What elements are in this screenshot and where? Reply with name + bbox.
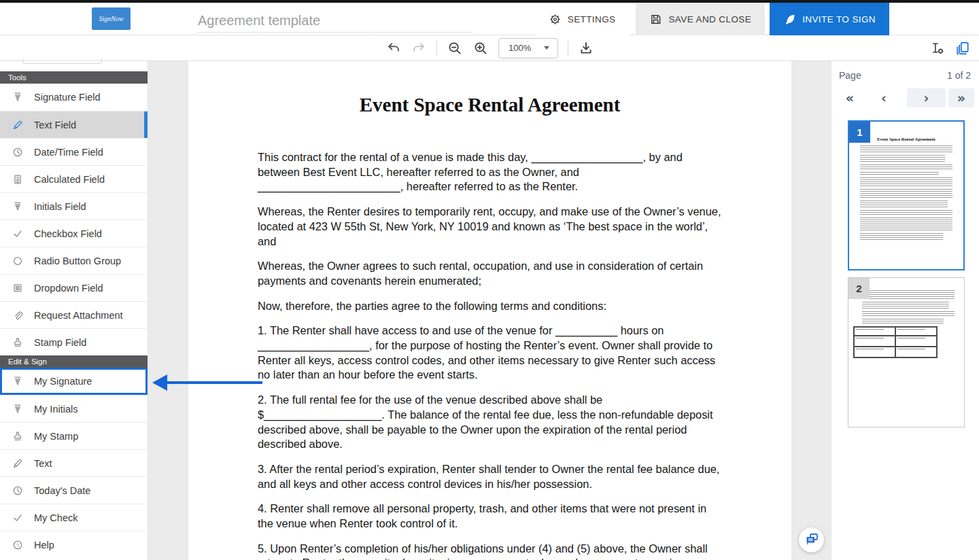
last-page-button[interactable]: » (948, 88, 974, 107)
download-button[interactable] (578, 40, 594, 56)
sidebar-item-checkbox-field[interactable]: Checkbox Field (0, 220, 148, 247)
page-label: Page (839, 70, 861, 81)
sidebar-item-my-stamp[interactable]: My Stamp (0, 422, 148, 449)
undo-button[interactable] (385, 40, 401, 56)
clock-icon (11, 145, 24, 159)
field-settings-icon[interactable] (929, 40, 945, 56)
document-body: This contract for the rental of a venue … (258, 150, 723, 560)
feather-icon (783, 13, 796, 26)
circle-icon (11, 254, 24, 268)
settings-label: SETTINGS (568, 14, 616, 24)
sidebar-item-label: Initials Field (34, 201, 86, 212)
next-page-button[interactable]: › (907, 88, 946, 107)
header-bar: SignNow Agreement template SETTINGS (0, 3, 979, 35)
sidebar-item-label: Signature Field (34, 92, 101, 103)
paperclip-icon (11, 309, 24, 322)
toolbar-center-group: 100% (385, 35, 594, 60)
paragraph: Whereas, the Renter desires to temporari… (258, 205, 723, 249)
fields-sidebar: Tools Signature Field Text Field (0, 61, 148, 560)
toolbar-right-group (929, 35, 971, 60)
edit-sign-section-header: Edit & Sign (0, 355, 148, 368)
sidebar-item-label: Dropdown Field (34, 283, 103, 294)
page-count: 1 of 2 (947, 70, 971, 81)
signature-table-cell (854, 336, 895, 347)
pen-nib-icon (11, 90, 24, 104)
zoom-level-value: 100% (509, 43, 531, 53)
document-toolbar: 100% (0, 35, 979, 61)
paragraph: 5. Upon Renter’s completion of his/her o… (258, 542, 723, 560)
page-thumbnail-1[interactable]: 1 Event Space Rental Agreement (848, 120, 965, 270)
sidebar-item-initials-field[interactable]: Initials Field (0, 192, 148, 220)
chat-bubbles-icon (804, 531, 819, 548)
zoom-out-button[interactable] (447, 40, 463, 56)
document-canvas[interactable]: Event Space Rental Agreement This contra… (148, 61, 831, 560)
settings-button[interactable]: SETTINGS (535, 3, 630, 35)
stamp-icon (11, 430, 24, 443)
sidebar-item-label: Today's Date (34, 485, 90, 496)
sidebar-item-label: Calculated Field (34, 174, 105, 185)
paragraph: 4. Renter shall remove all personal prop… (258, 502, 723, 531)
scrolled-control-remnant (22, 58, 102, 64)
sidebar-item-text[interactable]: Text (0, 449, 148, 476)
pencil-icon (11, 118, 24, 132)
page-indicator-row: Page 1 of 2 (839, 70, 971, 81)
paragraph: 3. After the rental period’s expiration,… (258, 462, 723, 491)
signature-table-preview (853, 326, 938, 358)
document-title-input[interactable]: Agreement template (198, 10, 473, 33)
sidebar-item-label: Stamp Field (34, 337, 86, 348)
sidebar-item-radio-button-group[interactable]: Radio Button Group (0, 247, 148, 274)
sidebar-item-label: Checkbox Field (34, 228, 102, 239)
sidebar-item-help[interactable]: ? Help (0, 531, 148, 558)
stamp-icon (11, 336, 24, 349)
page-number-badge: 1 (849, 122, 870, 143)
invite-to-sign-button[interactable]: INVITE TO SIGN (770, 3, 889, 35)
signature-table-cell (895, 327, 937, 336)
sidebar-item-datetime-field[interactable]: Date/Time Field (0, 138, 148, 165)
app-window: SignNow Agreement template SETTINGS (0, 0, 979, 560)
chat-feedback-button[interactable] (799, 527, 824, 553)
sidebar-item-my-initials[interactable]: My Initials (0, 395, 148, 422)
sidebar-item-todays-date[interactable]: Today's Date (0, 476, 148, 504)
sidebar-item-label: Request Attachment (34, 310, 123, 321)
paragraph: This contract for the rental of a venue … (258, 150, 723, 194)
sidebar-item-label: Text Field (34, 120, 76, 130)
sidebar-item-dropdown-field[interactable]: Dropdown Field (0, 274, 148, 301)
sidebar-item-my-signature[interactable]: My Signature (0, 368, 148, 395)
sidebar-item-calculated-field[interactable]: Calculated Field (0, 165, 148, 192)
sidebar-item-label: My Check (34, 512, 78, 523)
zoom-level-dropdown[interactable]: 100% (498, 38, 558, 58)
previous-page-button[interactable]: ‹ (874, 88, 894, 107)
redo-button[interactable] (411, 40, 427, 56)
pages-panel: Page 1 of 2 « ‹ › » 1 Event Space Rental… (831, 61, 979, 560)
sidebar-item-signature-field[interactable]: Signature Field (0, 84, 148, 111)
paragraph: Whereas, the Owner agrees to such rental… (258, 259, 723, 288)
calculator-icon (11, 173, 24, 186)
first-page-button[interactable]: « (840, 88, 860, 107)
document-page: Event Space Rental Agreement This contra… (188, 61, 791, 560)
zoom-in-button[interactable] (473, 40, 489, 56)
toolbar-divider (436, 41, 437, 56)
sidebar-item-my-check[interactable]: My Check (0, 504, 148, 531)
list-box-icon (11, 281, 24, 295)
pages-copy-icon[interactable] (955, 40, 971, 56)
signature-table-cell (895, 347, 937, 357)
toolbar-divider (568, 41, 568, 56)
sidebar-item-label: Radio Button Group (34, 256, 121, 266)
sidebar-item-request-attachment[interactable]: Request Attachment (0, 301, 148, 328)
pen-nib-icon (11, 374, 24, 388)
page-thumbnail-2[interactable]: 2 (848, 277, 965, 427)
sidebar-item-label: My Initials (34, 404, 78, 415)
sidebar-item-text-field[interactable]: Text Field (0, 111, 148, 138)
sidebar-item-label: Help (34, 540, 54, 550)
clock-icon (11, 484, 24, 497)
pen-nib-icon (11, 402, 24, 416)
sidebar-item-stamp-field[interactable]: Stamp Field (0, 328, 148, 355)
paragraph: 1. The Renter shall have access to and u… (258, 323, 723, 383)
signature-table-cell (854, 327, 895, 336)
document-heading: Event Space Rental Agreement (188, 94, 791, 116)
save-and-close-button[interactable]: SAVE AND CLOSE (636, 3, 765, 35)
paragraph: Now, therefore, the parties agree to the… (258, 299, 723, 314)
signature-table-cell (895, 336, 937, 347)
sidebar-item-label: Date/Time Field (34, 147, 103, 158)
save-and-close-label: SAVE AND CLOSE (668, 14, 751, 24)
